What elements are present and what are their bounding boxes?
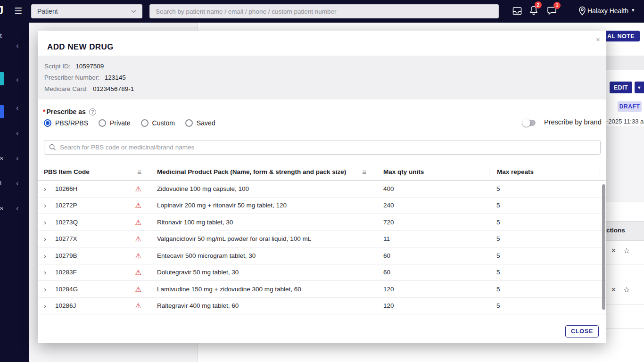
practice-caret-down-icon[interactable]: ▾ [632, 7, 635, 13]
help-question-icon[interactable]: ? [89, 108, 96, 115]
drug-search-box [44, 140, 601, 155]
script-info-panel: Script ID: 10597509 Prescriber Number: 1… [38, 56, 606, 99]
patient-search-input[interactable] [149, 4, 499, 18]
row-expand-chevron-icon[interactable]: › [44, 235, 55, 243]
table-row[interactable]: › 10266H ⚠ Zidovudine 100 mg capsule, 10… [38, 181, 606, 197]
product-pack-name: Zidovudine 100 mg capsule, 100 [157, 185, 383, 192]
drug-search-input[interactable] [60, 144, 595, 151]
warning-triangle-icon: ⚠ [135, 286, 141, 293]
table-row[interactable]: › 10272P ⚠ Lopinavir 200 mg + ritonavir … [38, 197, 606, 214]
row-code-cell: › 10279B ⚠ [44, 252, 157, 260]
max-qty-units-value: 120 [383, 286, 489, 293]
sidebar-collapse-chevron-icon[interactable]: ‹ [16, 130, 19, 137]
screen: J ☰ Patient 2 1 [0, 0, 644, 362]
sidebar-active-item-teal[interactable] [0, 72, 4, 85]
product-pack-name: Entecavir 500 microgram tablet, 30 [157, 252, 383, 259]
table-row[interactable]: › 10283F ⚠ Dolutegravir 50 mg tablet, 30… [38, 264, 606, 281]
edit-dropdown-caret-icon[interactable]: ▾ [635, 82, 644, 93]
prescribe-as-label: Prescribe as [46, 108, 85, 115]
sidebar-collapse-chevron-icon[interactable]: ‹ [16, 155, 19, 162]
row-expand-chevron-icon[interactable]: › [44, 268, 55, 276]
radio-circle[interactable] [141, 119, 149, 127]
modal-close-icon[interactable]: ✕ [596, 37, 600, 43]
radio-label: Custom [152, 119, 175, 127]
max-qty-units-value: 60 [383, 269, 489, 276]
warning-triangle-icon: ⚠ [135, 219, 141, 226]
column-menu-icon[interactable]: ≡ [362, 168, 366, 176]
sidebar-label-fragment: t [0, 32, 4, 39]
actions-column-header-fragment: ctions [606, 227, 625, 234]
topbar: J ☰ Patient 2 1 [0, 0, 644, 23]
modal-title: ADD NEW DRUG [47, 42, 114, 52]
product-pack-name: Lopinavir 200 mg + ritonavir 50 mg table… [157, 202, 383, 209]
drug-table-body: › 10266H ⚠ Zidovudine 100 mg capsule, 10… [38, 181, 606, 314]
max-repeats-value: 5 [489, 269, 600, 276]
pbs-item-code: 10277X [55, 235, 77, 242]
divider [606, 202, 644, 202]
sidebar-active-item-blue[interactable] [0, 105, 4, 118]
pbs-item-code: 10272P [55, 202, 77, 209]
practice-selector[interactable]: Halaxy Health [587, 7, 628, 15]
inbox-icon[interactable] [512, 7, 522, 17]
radio-circle[interactable] [185, 119, 193, 127]
radio-private[interactable]: Private [99, 119, 131, 127]
table-row[interactable]: › 10273Q ⚠ Ritonavir 100 mg tablet, 30 7… [38, 214, 606, 231]
edit-button[interactable]: EDIT [610, 82, 632, 93]
row-code-cell: › 10284G ⚠ [44, 285, 157, 293]
max-qty-units-value: 720 [383, 219, 489, 226]
table-row[interactable]: › 10279B ⚠ Entecavir 500 microgram table… [38, 247, 606, 264]
row-delete-x-icon[interactable]: ✕ [611, 247, 616, 254]
sidebar-collapse-chevron-icon[interactable]: ‹ [16, 180, 19, 187]
sidebar-collapse-chevron-icon[interactable]: ‹ [16, 42, 19, 49]
row-expand-chevron-icon[interactable]: › [44, 302, 55, 310]
toggle-knob[interactable] [522, 119, 530, 127]
sidebar-collapse-chevron-icon[interactable]: ‹ [16, 205, 19, 212]
row-code-cell: › 10266H ⚠ [44, 185, 157, 193]
script-id-value: 10597509 [75, 63, 104, 70]
draft-status-badge: DRAFT [618, 101, 642, 112]
row-favourite-star-icon[interactable]: ☆ [623, 285, 630, 294]
prescribe-as-label-row: * Prescribe as ? [43, 108, 96, 115]
script-id-label: Script ID: [44, 63, 71, 70]
table-scrollbar-thumb[interactable] [602, 184, 605, 310]
sidebar-collapse-chevron-icon[interactable]: ‹ [16, 76, 19, 83]
row-expand-chevron-icon[interactable]: › [44, 185, 55, 193]
row-expand-chevron-icon[interactable]: › [44, 285, 55, 293]
module-select[interactable]: Patient [31, 4, 142, 18]
radio-custom[interactable]: Custom [141, 119, 175, 127]
table-row[interactable]: › 10284G ⚠ Lamivudine 150 mg + zidovudin… [38, 281, 606, 298]
search-icon [49, 144, 56, 151]
prescribe-as-options: PBS/RPBS Private Custom Saved [44, 119, 215, 127]
max-repeats-value: 5 [489, 252, 600, 259]
max-qty-units-value: 240 [383, 202, 489, 209]
sidebar-collapse-chevron-icon[interactable]: ‹ [16, 105, 19, 111]
row-expand-chevron-icon[interactable]: › [44, 252, 55, 260]
clinical-note-button[interactable]: AL NOTE [606, 31, 640, 41]
row-expand-chevron-icon[interactable]: › [44, 201, 55, 209]
logo-fragment: J [0, 4, 3, 17]
warning-triangle-icon: ⚠ [135, 252, 141, 259]
row-favourite-star-icon[interactable]: ☆ [623, 246, 630, 255]
prescriber-number-label: Prescriber Number: [44, 74, 99, 81]
drug-table-header: PBS Item Code ≡ Medicinal Product Pack (… [38, 164, 606, 181]
product-pack-name: Raltegravir 400 mg tablet, 60 [157, 302, 383, 309]
radio-circle[interactable] [99, 119, 106, 127]
chevron-down-icon [131, 10, 136, 13]
hamburger-menu-icon[interactable]: ☰ [14, 6, 22, 16]
row-delete-x-icon[interactable]: ✕ [611, 286, 616, 293]
close-button[interactable]: CLOSE [565, 325, 599, 337]
radio-label: Private [110, 119, 131, 127]
prescribe-by-brand-toggle[interactable] [523, 120, 536, 126]
divider [606, 264, 644, 264]
row-expand-chevron-icon[interactable]: › [44, 218, 55, 226]
sidebar-label-fragment: s [0, 205, 4, 212]
radio-circle-selected[interactable] [44, 119, 51, 127]
column-menu-icon[interactable]: ≡ [137, 168, 141, 176]
table-row[interactable]: › 10277X ⚠ Valganciclovir 50 mg/mL powde… [38, 231, 606, 248]
table-row[interactable]: › 10286J ⚠ Raltegravir 400 mg tablet, 60… [38, 298, 606, 315]
radio-pbs-rpbs[interactable]: PBS/RPBS [44, 119, 88, 127]
page-toolbar-band [606, 56, 644, 70]
radio-saved[interactable]: Saved [185, 119, 215, 127]
warning-triangle-icon: ⚠ [135, 302, 141, 309]
pbs-item-code: 10273Q [55, 219, 78, 226]
